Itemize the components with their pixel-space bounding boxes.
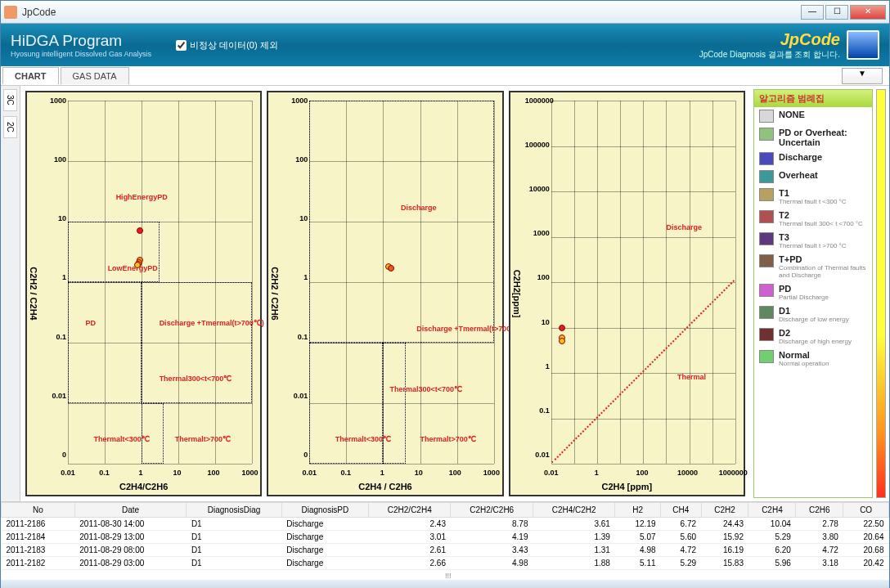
table-row[interactable]: 2011-21822011-08-29 03:00D1Discharge2.66…	[2, 557, 889, 570]
col-header[interactable]: C2H2	[701, 503, 748, 518]
col-header[interactable]: C2H2/C2H6	[451, 503, 533, 518]
col-header[interactable]: C2H6	[796, 503, 843, 518]
tab-chart[interactable]: CHART	[2, 67, 59, 84]
cell: 5.11	[615, 557, 661, 570]
legend-swatch	[759, 128, 774, 141]
computer-icon	[847, 30, 879, 60]
chart-annotation: Discharge	[666, 223, 702, 231]
x-tick: 0.01	[544, 469, 559, 477]
legend-swatch	[759, 284, 774, 297]
chart-annotation: Discharge	[401, 204, 437, 212]
y-axis-label: C2H2 / C2H6	[270, 267, 280, 320]
cell: 24.43	[701, 518, 748, 531]
main-area: 3C 2C C2H2 / C2H4C2H4/C2H6HighEnergyPDLo…	[1, 86, 889, 501]
col-header[interactable]: C2H4	[748, 503, 796, 518]
cell: 2011-08-30 14:00	[74, 518, 187, 531]
cell: 4.98	[451, 557, 533, 570]
titlebar: JpCode — ☐ ✕	[1, 1, 889, 24]
sidetab-3c[interactable]: 3C	[3, 89, 17, 111]
status-bar	[1, 580, 889, 588]
col-header[interactable]: C2H2/C2H4	[369, 503, 451, 518]
app-icon	[4, 6, 17, 19]
x-tick: 0.1	[341, 469, 352, 477]
chart-chart2: C2H2 / C2H6C2H4 / C2H6DischargeDischarge…	[267, 91, 503, 496]
legend-sublabel: Discharge of high energy	[779, 338, 852, 345]
x-tick: 1000000	[719, 469, 748, 477]
sidetab-2c[interactable]: 2C	[3, 116, 17, 138]
data-table-wrap[interactable]: NoDateDiagnosisDiagDiagnosisPDC2H2/C2H4C…	[1, 501, 889, 580]
chart-annotation: HighEnergyPD	[116, 193, 168, 201]
cell: 3.61	[533, 518, 614, 531]
exclude-checkbox-input[interactable]	[176, 40, 187, 51]
chart-annotation: PD	[86, 319, 97, 327]
table-row[interactable]: 2011-21862011-08-30 14:00D1Discharge2.43…	[2, 518, 889, 531]
col-header[interactable]: DiagnosisPD	[281, 503, 368, 518]
col-header[interactable]: CH4	[661, 503, 702, 518]
legend-item: T3 Thermal fault t >700 °C	[754, 230, 872, 252]
chart-annotation: Discharge +Tmermal(t>700℃)	[416, 325, 521, 333]
col-header[interactable]: H2	[615, 503, 661, 518]
col-header[interactable]: C2H4/C2H2	[533, 503, 614, 518]
chart-annotation: Thermal	[677, 373, 706, 381]
cell: 4.72	[796, 544, 843, 557]
col-header[interactable]: DiagnosisDiag	[187, 503, 281, 518]
y-tick: 10000	[525, 185, 550, 193]
cell: 16.19	[701, 544, 748, 557]
close-button[interactable]: ✕	[850, 5, 886, 20]
exclude-abnormal-checkbox[interactable]: 비정상 데이터(0) 제외	[176, 39, 278, 52]
toolbar-dropdown[interactable]: ▼	[842, 68, 883, 84]
data-point	[559, 325, 565, 331]
y-tick: 10	[283, 214, 308, 222]
legend-label: T1	[779, 188, 847, 198]
x-tick: 1	[595, 469, 599, 477]
x-tick: 1000	[242, 469, 258, 477]
x-tick: 0.01	[303, 469, 317, 477]
legend-item: NONE	[754, 107, 872, 125]
maximize-button[interactable]: ☐	[825, 5, 848, 20]
cell: 4.19	[451, 531, 533, 544]
col-header[interactable]: CO	[843, 503, 889, 518]
legend-header: 알고리즘 범례집	[754, 90, 872, 107]
cell: 12.19	[615, 518, 661, 531]
cell: 3.80	[796, 531, 843, 544]
cell: Discharge	[281, 544, 368, 557]
col-header[interactable]: Date	[74, 503, 187, 518]
legend-label: NONE	[779, 110, 805, 119]
legend-label: Normal	[779, 350, 829, 360]
legend-sublabel: Discharge of low energy	[779, 316, 849, 323]
cell: D1	[187, 531, 281, 544]
table-row[interactable]: 2011-21832011-08-29 08:00D1Discharge2.61…	[2, 544, 889, 557]
cell: 1.31	[533, 544, 614, 557]
legend-item: PD or Overheat: Uncertain	[754, 125, 872, 150]
legend-label: T+PD	[779, 254, 867, 264]
y-axis-label: C2H2[ppm]	[512, 270, 522, 318]
data-table: NoDateDiagnosisDiagDiagnosisPDC2H2/C2H4C…	[1, 502, 889, 570]
brand-name: JpCode	[699, 30, 840, 49]
cell: 20.64	[843, 531, 889, 544]
y-tick: 1000	[283, 97, 308, 105]
legend-label: D2	[779, 328, 852, 338]
gradient-bar	[876, 89, 886, 498]
legend-label: D1	[779, 306, 849, 316]
cell: Discharge	[281, 518, 368, 531]
cell: Discharge	[281, 557, 368, 570]
legend-label: Discharge	[779, 152, 822, 162]
legend-item: D1 Discharge of low energy	[754, 303, 872, 325]
x-tick: 1000	[483, 469, 500, 477]
cell: 5.29	[661, 557, 702, 570]
charts-panel: C2H2 / C2H4C2H4/C2H6HighEnergyPDLowEnerg…	[20, 86, 750, 501]
minimize-button[interactable]: —	[801, 5, 824, 20]
cell: 1.88	[533, 557, 614, 570]
legend-label: PD or Overheat: Uncertain	[779, 128, 867, 147]
cell: Discharge	[281, 531, 368, 544]
y-tick: 0.1	[525, 406, 550, 415]
col-header[interactable]: No	[2, 503, 75, 518]
cell: 5.29	[748, 531, 796, 544]
y-tick: 0.1	[42, 333, 66, 341]
x-tick: 1	[380, 469, 384, 477]
cell: 3.01	[369, 531, 451, 544]
legend-swatch	[759, 188, 774, 201]
tab-gasdata[interactable]: GAS DATA	[61, 67, 129, 84]
table-row[interactable]: 2011-21842011-08-29 13:00D1Discharge3.01…	[2, 531, 889, 544]
cell: 2.61	[369, 544, 451, 557]
